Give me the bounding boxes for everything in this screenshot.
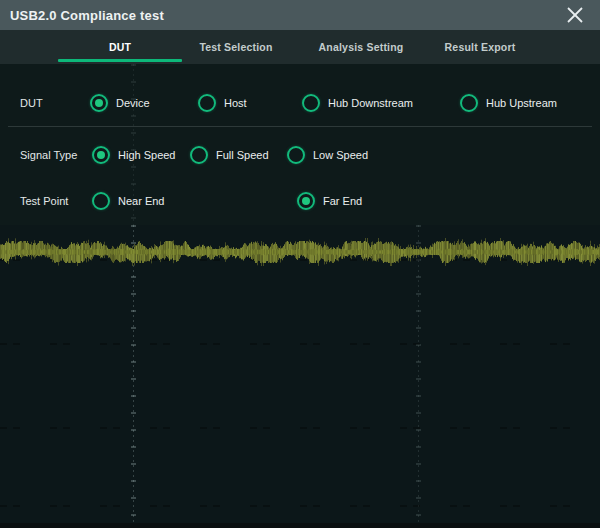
radio-option-label: High Speed <box>118 149 176 161</box>
settings-panel: DUTDeviceHostHub DownstreamHub UpstreamS… <box>0 64 600 225</box>
close-icon <box>566 6 584 24</box>
row-label: Signal Type <box>20 143 77 167</box>
radio-option-host[interactable]: Host <box>198 94 247 112</box>
tab-label: Result Export <box>445 41 516 53</box>
waveform-display <box>0 225 600 523</box>
radio-button-selected[interactable] <box>92 146 110 164</box>
radio-button-selected[interactable] <box>90 94 108 112</box>
radio-option-hub-upstream[interactable]: Hub Upstream <box>460 94 557 112</box>
form-row-dut: DUTDeviceHostHub DownstreamHub Upstream <box>0 91 600 115</box>
radio-option-high-speed[interactable]: High Speed <box>92 146 176 164</box>
radio-option-label: Hub Upstream <box>486 97 557 109</box>
signal-trace <box>0 232 600 272</box>
radio-button[interactable] <box>92 192 110 210</box>
graticule-hline-2 <box>0 343 600 345</box>
usb-compliance-dialog: USB2.0 Compliance test DUTTest Selection… <box>0 0 600 528</box>
tab-label: DUT <box>109 41 131 53</box>
radio-option-low-speed[interactable]: Low Speed <box>287 146 368 164</box>
radio-option-device[interactable]: Device <box>90 94 150 112</box>
form-row-test-point: Test PointNear EndFar End <box>0 189 600 213</box>
bottom-edge <box>0 523 600 528</box>
dialog-title-bar: USB2.0 Compliance test <box>0 0 600 30</box>
radio-option-near-end[interactable]: Near End <box>92 192 164 210</box>
radio-dot <box>97 151 105 159</box>
radio-button[interactable] <box>460 94 478 112</box>
radio-button-selected[interactable] <box>297 192 315 210</box>
graticule-hline-3 <box>0 427 600 429</box>
radio-option-full-speed[interactable]: Full Speed <box>190 146 269 164</box>
radio-option-label: Far End <box>323 195 362 207</box>
radio-option-label: Near End <box>118 195 164 207</box>
radio-option-label: Low Speed <box>313 149 368 161</box>
radio-button[interactable] <box>198 94 216 112</box>
active-tab-underline <box>58 59 182 62</box>
radio-option-label: Device <box>116 97 150 109</box>
radio-option-far-end[interactable]: Far End <box>297 192 362 210</box>
radio-button[interactable] <box>302 94 320 112</box>
section-divider <box>8 126 592 127</box>
tab-test-selection[interactable]: Test Selection <box>174 30 298 64</box>
row-label: DUT <box>20 91 43 115</box>
tab-analysis-setting[interactable]: Analysis Setting <box>299 30 423 64</box>
radio-option-label: Host <box>224 97 247 109</box>
close-button[interactable] <box>558 0 592 30</box>
radio-option-label: Hub Downstream <box>328 97 413 109</box>
tab-result-export[interactable]: Result Export <box>418 30 542 64</box>
dialog-title: USB2.0 Compliance test <box>0 8 164 23</box>
radio-button[interactable] <box>287 146 305 164</box>
radio-dot <box>95 99 103 107</box>
radio-button[interactable] <box>190 146 208 164</box>
tab-label: Test Selection <box>199 41 272 53</box>
radio-option-hub-downstream[interactable]: Hub Downstream <box>302 94 413 112</box>
tab-bar: DUTTest SelectionAnalysis SettingResult … <box>0 30 600 64</box>
radio-dot <box>302 197 310 205</box>
graticule-hline-4 <box>0 505 600 507</box>
form-row-signal-type: Signal TypeHigh SpeedFull SpeedLow Speed <box>0 143 600 167</box>
tab-dut[interactable]: DUT <box>58 30 182 64</box>
radio-option-label: Full Speed <box>216 149 269 161</box>
tab-label: Analysis Setting <box>319 41 404 53</box>
row-label: Test Point <box>20 189 68 213</box>
